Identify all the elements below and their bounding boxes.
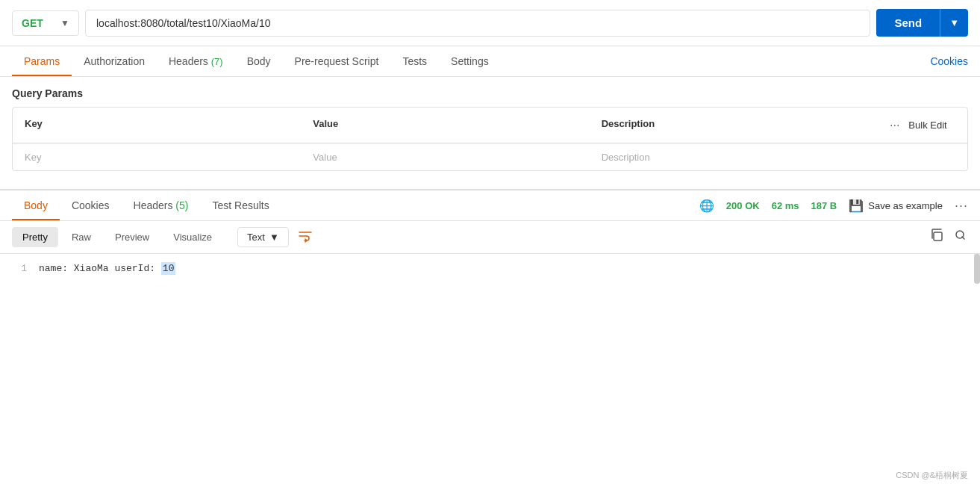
request-tabs: Params Authorization Headers (7) Body Pr… [0, 46, 980, 77]
format-tabs: Pretty Raw Preview Visualize Text ▼ [0, 221, 980, 254]
tab-authorization[interactable]: Authorization [72, 46, 157, 76]
key-cell[interactable]: Key [13, 143, 301, 170]
tab-tests[interactable]: Tests [390, 46, 439, 76]
url-bar: GET ▼ Send ▼ [0, 0, 980, 46]
save-icon: 💾 [849, 199, 864, 213]
more-icon[interactable]: ··· [890, 119, 899, 132]
format-tab-preview[interactable]: Preview [104, 227, 160, 247]
text-format-dropdown[interactable]: Text ▼ [237, 227, 289, 247]
params-table: Key Value Description ··· Bulk Edit Key … [12, 107, 968, 171]
code-line: 1 name: XiaoMa userId: 10 [12, 260, 968, 277]
format-tab-pretty[interactable]: Pretty [12, 227, 58, 247]
line-content: name: XiaoMa userId: 10 [39, 260, 175, 277]
response-meta: 🌐 200 OK 62 ms 187 B 💾 Save as example ·… [699, 198, 968, 214]
search-icon[interactable] [953, 228, 968, 246]
svg-rect-0 [934, 232, 942, 241]
col-actions-header: ··· Bulk Edit [878, 114, 967, 137]
code-area: 1 name: XiaoMa userId: 10 [0, 254, 980, 283]
cursor-highlight: 10 [161, 262, 176, 275]
format-tab-raw[interactable]: Raw [61, 227, 102, 247]
tab-settings[interactable]: Settings [439, 46, 501, 76]
save-example-button[interactable]: 💾 Save as example [849, 199, 943, 213]
tab-body[interactable]: Body [235, 46, 283, 76]
send-btn-group: Send ▼ [876, 9, 968, 37]
watermark: CSDN @&梧桐树夏 [896, 470, 968, 481]
copy-icon[interactable] [929, 228, 944, 246]
response-actions [929, 228, 968, 246]
description-cell[interactable]: Description [590, 143, 878, 170]
table-row: Key Value Description [13, 143, 967, 170]
method-select[interactable]: GET ▼ [12, 10, 79, 36]
method-label: GET [22, 17, 43, 29]
response-time: 62 ms [772, 200, 799, 211]
col-description-header: Description [590, 114, 878, 137]
more-options-icon[interactable]: ··· [955, 198, 968, 214]
params-section: Query Params Key Value Description ··· B… [0, 77, 980, 171]
col-value-header: Value [301, 114, 589, 137]
response-tab-test-results[interactable]: Test Results [200, 190, 281, 220]
params-table-body: Key Value Description [13, 143, 967, 170]
scrollbar-thumb[interactable] [974, 254, 980, 284]
col-key-header: Key [13, 114, 301, 137]
tab-prerequest[interactable]: Pre-request Script [283, 46, 391, 76]
params-table-header: Key Value Description ··· Bulk Edit [13, 108, 967, 143]
status-badge: 200 OK [726, 200, 760, 211]
response-size: 187 B [811, 200, 837, 211]
send-dropdown-button[interactable]: ▼ [940, 9, 968, 37]
url-input[interactable] [85, 10, 870, 37]
response-section: Body Cookies Headers (5) Test Results 🌐 … [0, 189, 980, 283]
text-chevron-icon: ▼ [269, 232, 279, 243]
wrap-icon[interactable] [298, 229, 313, 246]
response-tab-body[interactable]: Body [12, 190, 60, 220]
response-tab-headers[interactable]: Headers (5) [122, 190, 201, 220]
cookies-link[interactable]: Cookies [930, 46, 968, 76]
globe-icon: 🌐 [699, 199, 714, 213]
tab-params[interactable]: Params [12, 46, 72, 76]
tab-headers[interactable]: Headers (7) [157, 46, 235, 76]
value-cell[interactable]: Value [301, 143, 589, 170]
line-number: 1 [12, 260, 27, 277]
bulk-edit-button[interactable]: Bulk Edit [905, 118, 949, 132]
response-tab-cookies[interactable]: Cookies [60, 190, 122, 220]
method-chevron-icon: ▼ [60, 18, 69, 28]
format-tab-visualize[interactable]: Visualize [163, 227, 222, 247]
row-actions [878, 143, 967, 170]
scrollbar[interactable] [974, 254, 980, 283]
query-params-title: Query Params [12, 87, 968, 99]
send-button[interactable]: Send [876, 9, 940, 37]
response-tabs: Body Cookies Headers (5) Test Results 🌐 … [0, 190, 980, 221]
